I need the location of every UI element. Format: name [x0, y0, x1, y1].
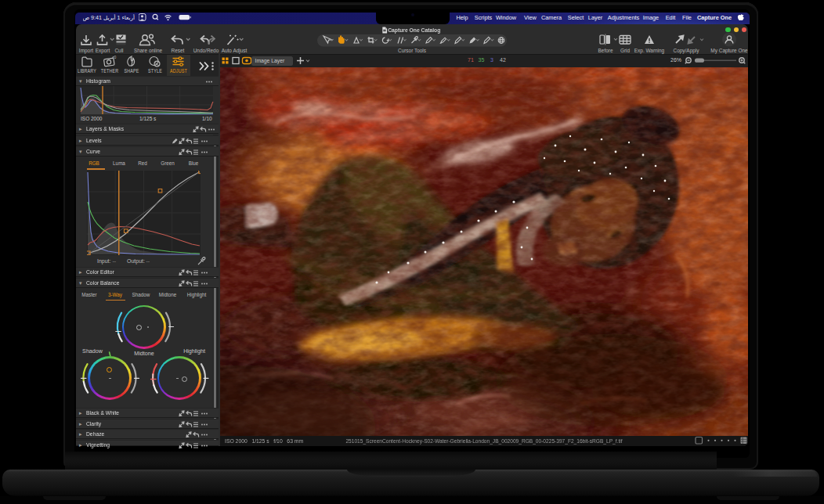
- svg-text:0: 0: [114, 55, 117, 59]
